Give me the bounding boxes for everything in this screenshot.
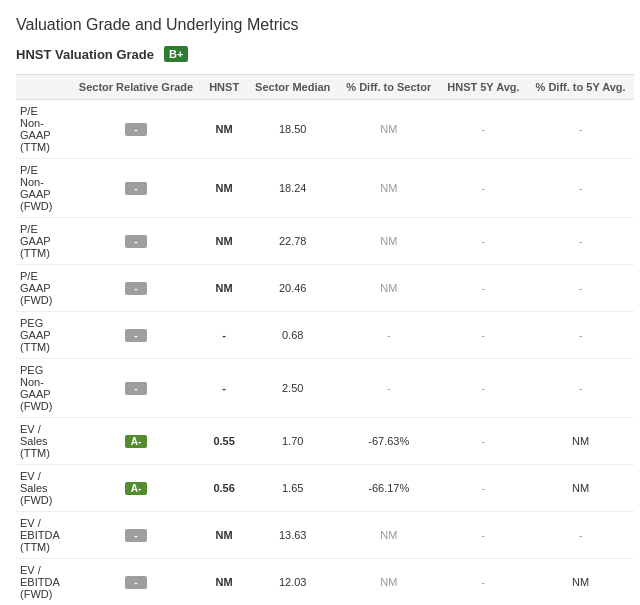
cell-hnst: 0.56 <box>201 465 247 512</box>
cell-hnst: - <box>201 359 247 418</box>
cell-hnst-5y: - <box>439 512 527 559</box>
cell-metric: EV / EBITDA (TTM) <box>16 512 71 559</box>
cell-hnst: NM <box>201 265 247 312</box>
cell-metric: EV / EBITDA (FWD) <box>16 559 71 606</box>
cell-metric: P/E GAAP (FWD) <box>16 265 71 312</box>
cell-pct-diff-sector: NM <box>338 512 439 559</box>
cell-hnst-5y: - <box>439 559 527 606</box>
col-header-metric <box>16 75 71 100</box>
col-header-sector-median: Sector Median <box>247 75 338 100</box>
cell-hnst: NM <box>201 559 247 606</box>
cell-sector-grade: - <box>71 559 201 606</box>
cell-pct-diff-5y: NM <box>528 559 634 606</box>
cell-hnst: NM <box>201 100 247 159</box>
sector-grade-badge: A- <box>125 435 147 448</box>
cell-pct-diff-5y: - <box>528 218 634 265</box>
sector-grade-badge: A- <box>125 482 147 495</box>
cell-hnst: NM <box>201 218 247 265</box>
cell-sector-median: 13.63 <box>247 512 338 559</box>
cell-sector-median: 20.46 <box>247 265 338 312</box>
cell-sector-grade: - <box>71 159 201 218</box>
cell-hnst: NM <box>201 512 247 559</box>
cell-sector-median: 1.70 <box>247 418 338 465</box>
cell-hnst-5y: - <box>439 418 527 465</box>
sector-grade-badge: - <box>125 182 147 195</box>
cell-pct-diff-5y: - <box>528 100 634 159</box>
table-row: PEG Non-GAAP (FWD)--2.50--- <box>16 359 634 418</box>
cell-sector-grade: - <box>71 359 201 418</box>
sector-grade-badge: - <box>125 576 147 589</box>
cell-sector-grade: - <box>71 100 201 159</box>
col-header-pct-diff-5y: % Diff. to 5Y Avg. <box>528 75 634 100</box>
table-row: P/E Non-GAAP (FWD)-NM18.24NM-- <box>16 159 634 218</box>
cell-sector-median: 0.68 <box>247 312 338 359</box>
cell-hnst-5y: - <box>439 265 527 312</box>
cell-sector-median: 18.50 <box>247 100 338 159</box>
table-row: EV / Sales (FWD)A-0.561.65-66.17%-NM <box>16 465 634 512</box>
cell-metric: EV / Sales (TTM) <box>16 418 71 465</box>
cell-sector-grade: - <box>71 512 201 559</box>
hnst-grade-badge: B+ <box>164 46 188 62</box>
cell-hnst: 0.55 <box>201 418 247 465</box>
cell-pct-diff-sector: NM <box>338 218 439 265</box>
grade-row: HNST Valuation Grade B+ <box>16 46 624 62</box>
cell-pct-diff-5y: - <box>528 359 634 418</box>
cell-pct-diff-5y: NM <box>528 418 634 465</box>
table-row: PEG GAAP (TTM)--0.68--- <box>16 312 634 359</box>
page-title: Valuation Grade and Underlying Metrics <box>16 16 624 34</box>
cell-hnst: - <box>201 312 247 359</box>
col-header-hnst: HNST <box>201 75 247 100</box>
cell-metric: P/E GAAP (TTM) <box>16 218 71 265</box>
col-header-sector-grade: Sector Relative Grade <box>71 75 201 100</box>
col-header-pct-diff-sector: % Diff. to Sector <box>338 75 439 100</box>
cell-metric: EV / Sales (FWD) <box>16 465 71 512</box>
table-row: P/E GAAP (TTM)-NM22.78NM-- <box>16 218 634 265</box>
table-row: EV / EBITDA (TTM)-NM13.63NM-- <box>16 512 634 559</box>
sector-grade-badge: - <box>125 382 147 395</box>
sector-grade-badge: - <box>125 123 147 136</box>
cell-sector-grade: A- <box>71 418 201 465</box>
cell-sector-median: 1.65 <box>247 465 338 512</box>
cell-pct-diff-sector: - <box>338 312 439 359</box>
cell-hnst-5y: - <box>439 465 527 512</box>
cell-pct-diff-sector: - <box>338 359 439 418</box>
cell-pct-diff-sector: -67.63% <box>338 418 439 465</box>
cell-pct-diff-sector: NM <box>338 559 439 606</box>
cell-metric: PEG Non-GAAP (FWD) <box>16 359 71 418</box>
cell-sector-grade: A- <box>71 465 201 512</box>
cell-pct-diff-5y: - <box>528 159 634 218</box>
cell-pct-diff-5y: - <box>528 312 634 359</box>
cell-sector-grade: - <box>71 312 201 359</box>
cell-pct-diff-sector: NM <box>338 265 439 312</box>
table-row: EV / EBITDA (FWD)-NM12.03NM-NM <box>16 559 634 606</box>
cell-sector-median: 12.03 <box>247 559 338 606</box>
col-header-hnst-5y: HNST 5Y Avg. <box>439 75 527 100</box>
table-row: P/E GAAP (FWD)-NM20.46NM-- <box>16 265 634 312</box>
cell-sector-median: 22.78 <box>247 218 338 265</box>
cell-pct-diff-sector: NM <box>338 100 439 159</box>
sector-grade-badge: - <box>125 235 147 248</box>
cell-sector-median: 18.24 <box>247 159 338 218</box>
sector-grade-badge: - <box>125 529 147 542</box>
cell-hnst-5y: - <box>439 100 527 159</box>
cell-pct-diff-5y: - <box>528 512 634 559</box>
cell-metric: PEG GAAP (TTM) <box>16 312 71 359</box>
cell-hnst-5y: - <box>439 359 527 418</box>
cell-hnst-5y: - <box>439 159 527 218</box>
cell-pct-diff-sector: NM <box>338 159 439 218</box>
grade-label: HNST Valuation Grade <box>16 47 154 62</box>
cell-metric: P/E Non-GAAP (TTM) <box>16 100 71 159</box>
cell-pct-diff-sector: -66.17% <box>338 465 439 512</box>
table-row: P/E Non-GAAP (TTM)-NM18.50NM-- <box>16 100 634 159</box>
cell-hnst-5y: - <box>439 218 527 265</box>
cell-pct-diff-5y: NM <box>528 465 634 512</box>
cell-hnst: NM <box>201 159 247 218</box>
table-row: EV / Sales (TTM)A-0.551.70-67.63%-NM <box>16 418 634 465</box>
cell-metric: P/E Non-GAAP (FWD) <box>16 159 71 218</box>
cell-sector-grade: - <box>71 265 201 312</box>
cell-pct-diff-5y: - <box>528 265 634 312</box>
metrics-table: Sector Relative Grade HNST Sector Median… <box>16 74 634 605</box>
cell-sector-median: 2.50 <box>247 359 338 418</box>
cell-hnst-5y: - <box>439 312 527 359</box>
sector-grade-badge: - <box>125 329 147 342</box>
